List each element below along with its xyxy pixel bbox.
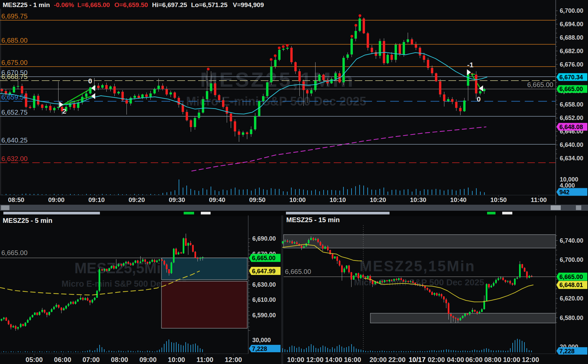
svg-text:7,228: 7,228 (559, 348, 575, 355)
svg-text:6,647.99: 6,647.99 (252, 268, 275, 275)
svg-text:10:00: 10:00 (289, 196, 306, 203)
svg-text:-0.06%: -0.06% (54, 1, 74, 8)
svg-text:6,676.00: 6,676.00 (560, 61, 583, 68)
svg-text:08:50: 08:50 (8, 196, 25, 203)
svg-text:L=6,665.00: L=6,665.00 (77, 1, 110, 8)
svg-text:10,000: 10,000 (560, 176, 578, 183)
svg-text:09:00: 09:00 (48, 196, 65, 203)
svg-text:Hi=6,697.25: Hi=6,697.25 (152, 1, 187, 8)
svg-text:10:50: 10:50 (490, 196, 507, 203)
svg-text:20:00: 20:00 (369, 356, 387, 363)
svg-text:6,665.00: 6,665.00 (285, 268, 311, 275)
svg-text:6,652.75: 6,652.75 (1, 109, 28, 116)
svg-text:6,685.00: 6,685.00 (1, 37, 28, 44)
svg-text:Micro E-mini S&P 500 Dec 2025: Micro E-mini S&P 500 Dec 2025 (354, 277, 484, 287)
svg-text:6,665.00: 6,665.00 (1, 249, 28, 256)
svg-text:04:00: 04:00 (447, 356, 464, 363)
svg-text:06:00: 06:00 (465, 356, 482, 363)
svg-text:09:10: 09:10 (88, 196, 105, 203)
svg-text:12:00: 12:00 (225, 356, 242, 363)
svg-text:11:00: 11:00 (196, 356, 213, 363)
svg-text:09:20: 09:20 (128, 196, 145, 203)
svg-text:06:00: 06:00 (54, 356, 71, 363)
svg-text:6,694.00: 6,694.00 (560, 21, 583, 28)
svg-text:02:00: 02:00 (428, 356, 445, 363)
svg-text:12:00: 12:00 (306, 356, 323, 363)
svg-text:22:00: 22:00 (388, 356, 405, 363)
svg-text:MESZ25 - 1 min: MESZ25 - 1 min (3, 1, 50, 8)
svg-text:O=6,659.50: O=6,659.50 (114, 1, 148, 8)
svg-text:6,610.00: 6,610.00 (252, 296, 276, 303)
svg-text:6,668.75: 6,668.75 (1, 73, 28, 80)
svg-text:6,640.25: 6,640.25 (1, 136, 28, 144)
svg-text:4,000: 4,000 (560, 182, 575, 189)
svg-text:-1: -1 (467, 61, 474, 69)
svg-text:08:00: 08:00 (484, 356, 501, 363)
svg-text:6,740.00: 6,740.00 (560, 237, 583, 244)
svg-text:6,665.00: 6,665.00 (527, 81, 553, 88)
svg-text:6,658.00: 6,658.00 (560, 101, 583, 108)
svg-text:6,665.00: 6,665.00 (559, 86, 583, 92)
svg-text:10:40: 10:40 (450, 196, 467, 203)
svg-text:07:00: 07:00 (82, 356, 100, 363)
svg-text:14:00: 14:00 (325, 356, 342, 363)
svg-text:6,670.34: 6,670.34 (559, 74, 583, 81)
svg-text:10:20: 10:20 (370, 196, 386, 203)
svg-text:6,700.00: 6,700.00 (560, 7, 583, 14)
svg-text:6,675.00: 6,675.00 (1, 59, 28, 66)
svg-text:6,640.00: 6,640.00 (560, 141, 583, 148)
svg-text:09:30: 09:30 (169, 196, 185, 203)
svg-text:942: 942 (559, 189, 569, 196)
svg-text:7,228: 7,228 (252, 346, 267, 352)
svg-text:10:30: 10:30 (410, 196, 427, 203)
svg-text:6,665.00: 6,665.00 (252, 255, 275, 261)
svg-text:6,700.00: 6,700.00 (560, 256, 583, 263)
svg-text:6,690.00: 6,690.00 (252, 235, 276, 242)
svg-text:6,682.00: 6,682.00 (560, 48, 583, 54)
svg-text:10:10: 10:10 (330, 196, 346, 203)
svg-text:6,620.00: 6,620.00 (560, 295, 583, 302)
svg-text:10:00: 10:00 (503, 356, 520, 363)
svg-text:MESZ25,5Min: MESZ25,5Min (74, 260, 170, 276)
svg-text:V=994,909: V=994,909 (233, 1, 264, 8)
svg-text:MESZ25 - 15 min: MESZ25 - 15 min (286, 216, 340, 224)
svg-text:12:00: 12:00 (522, 356, 539, 363)
svg-text:6,688.00: 6,688.00 (560, 34, 583, 41)
svg-text:6,665.00: 6,665.00 (559, 274, 583, 280)
svg-text:MESZ25,15Min: MESZ25,15Min (360, 258, 475, 274)
svg-text:10/17: 10/17 (409, 356, 426, 363)
svg-text:MESZ25 - 5 min: MESZ25 - 5 min (3, 217, 52, 224)
svg-text:11:00: 11:00 (531, 196, 547, 203)
svg-text:10:00: 10:00 (168, 356, 185, 363)
svg-text:6,632.00: 6,632.00 (1, 155, 28, 162)
svg-text:09:50: 09:50 (249, 196, 266, 203)
svg-text:16:00: 16:00 (344, 356, 361, 363)
svg-text:6,590.00: 6,590.00 (252, 312, 276, 319)
svg-text:09:00: 09:00 (139, 356, 156, 363)
svg-text:6,630.00: 6,630.00 (252, 281, 276, 288)
svg-text:Lo=6,571.25: Lo=6,571.25 (191, 1, 228, 8)
svg-text:6,648.01: 6,648.01 (559, 282, 583, 288)
svg-text:6,634.00: 6,634.00 (560, 155, 583, 162)
svg-text:08:00: 08:00 (111, 356, 128, 363)
svg-text:05:00: 05:00 (26, 356, 43, 363)
svg-text:0: 0 (477, 95, 481, 103)
svg-text:0: 0 (88, 77, 92, 85)
svg-text:10:00: 10:00 (287, 356, 304, 363)
svg-text:6,695.75: 6,695.75 (1, 12, 28, 20)
svg-text:6,648.08: 6,648.08 (559, 124, 583, 130)
svg-text:09:40: 09:40 (209, 196, 225, 203)
svg-text:6,652.00: 6,652.00 (560, 115, 583, 121)
svg-text:6,580.00: 6,580.00 (560, 315, 583, 321)
svg-text:2: 2 (62, 107, 66, 115)
svg-text:30,000: 30,000 (252, 337, 271, 343)
